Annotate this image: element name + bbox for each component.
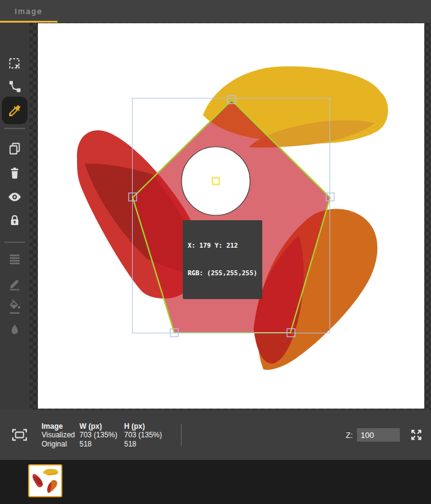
- table-header-height: H (px): [124, 422, 173, 431]
- copy-button[interactable]: [0, 140, 29, 157]
- table-original-width: 518: [79, 440, 124, 448]
- pencil-icon: [7, 276, 22, 291]
- toolbar-divider-1: [4, 128, 25, 129]
- lock-icon: [7, 213, 22, 228]
- visibility-button[interactable]: [0, 188, 29, 206]
- status-bar-divider: [181, 424, 182, 446]
- left-toolbar: [0, 23, 29, 410]
- tab-image-label: Image: [15, 7, 43, 16]
- rect-select-icon: [7, 56, 22, 71]
- delete-button[interactable]: [0, 165, 29, 182]
- layers-button[interactable]: [0, 251, 29, 268]
- layers-icon: [7, 252, 22, 267]
- pixel-tooltip-rgb: RGB: (255,255,255): [188, 269, 257, 278]
- circle-annotation[interactable]: [182, 147, 250, 215]
- trash-icon: [7, 166, 22, 180]
- pixel-tooltip: X: 179 Y: 212 RGB: (255,255,255): [183, 220, 262, 299]
- paint-bucket-icon: [7, 300, 22, 314]
- table-visualized-width: 703 (135%): [79, 431, 124, 439]
- zoom-control-group: Z:: [345, 428, 423, 442]
- zoom-label: Z:: [345, 431, 353, 440]
- polyline-select-button[interactable]: [0, 78, 29, 95]
- table-row-visualized-label: Visualized: [42, 431, 79, 439]
- eyedropper-button[interactable]: [2, 97, 28, 124]
- canvas-graphics: [38, 23, 424, 409]
- toolbar-divider-2: [4, 242, 25, 243]
- draw-button[interactable]: [0, 275, 29, 292]
- fullscreen-button[interactable]: [410, 428, 423, 442]
- zoom-input[interactable]: [357, 428, 400, 442]
- filmstrip: [0, 460, 431, 504]
- tab-image[interactable]: Image: [0, 0, 57, 23]
- top-tab-bar: Image: [0, 0, 431, 23]
- canvas-background: X: 179 Y: 212 RGB: (255,255,255): [29, 23, 431, 410]
- fit-to-screen-button[interactable]: [11, 427, 29, 443]
- image-size-table: Image W (px) H (px) Visualized 703 (135%…: [42, 421, 173, 448]
- table-header-width: W (px): [79, 422, 124, 431]
- table-header-image: Image: [42, 422, 79, 431]
- image-thumbnail[interactable]: [28, 464, 62, 497]
- polyline-select-icon: [7, 80, 22, 94]
- eye-icon: [7, 190, 22, 204]
- rect-select-button[interactable]: [0, 55, 29, 72]
- blur-button[interactable]: [0, 321, 29, 338]
- pixel-tooltip-coords: X: 179 Y: 212: [188, 241, 257, 250]
- workspace: X: 179 Y: 212 RGB: (255,255,255): [0, 23, 431, 410]
- table-row-original-label: Original: [42, 440, 79, 448]
- image-canvas[interactable]: X: 179 Y: 212 RGB: (255,255,255): [38, 23, 424, 409]
- copy-icon: [7, 141, 22, 156]
- fit-to-screen-icon: [11, 428, 28, 442]
- thumbnail-graphic: [29, 465, 61, 496]
- table-visualized-height: 703 (135%): [124, 431, 173, 439]
- eyedropper-icon: [7, 103, 22, 118]
- fullscreen-icon: [410, 428, 423, 442]
- status-bar: Image W (px) H (px) Visualized 703 (135%…: [0, 410, 431, 460]
- lock-button[interactable]: [0, 212, 29, 229]
- droplet-icon: [7, 322, 22, 337]
- table-original-height: 518: [124, 440, 173, 448]
- fill-button[interactable]: [0, 298, 29, 316]
